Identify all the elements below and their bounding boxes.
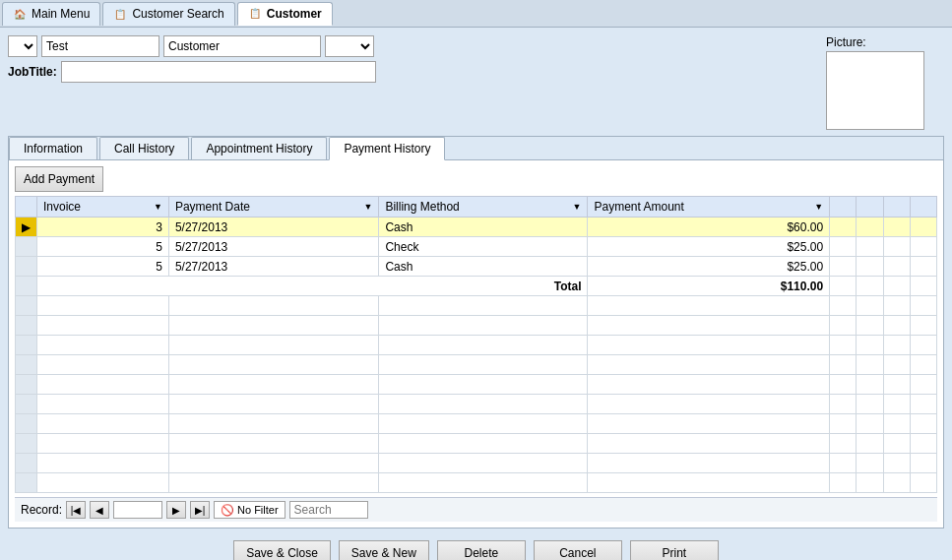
save-close-label: Save & Close	[246, 546, 318, 560]
tab-call-history-label: Call History	[114, 142, 174, 156]
record-number-input[interactable]	[113, 501, 162, 519]
empty-cell-2a	[830, 237, 857, 257]
extra-col-1	[830, 197, 857, 218]
tab-customer[interactable]: 📋 Customer	[237, 2, 333, 26]
customer-search-icon: 📋	[113, 7, 127, 21]
jobtitle-row: JobTitle:	[8, 61, 818, 83]
empty-table-row	[16, 454, 937, 473]
save-new-button[interactable]: Save & New	[339, 540, 429, 560]
tab-main-menu[interactable]: 🏠 Main Menu	[2, 2, 100, 26]
empty-table-row	[16, 395, 937, 414]
billing-method-cell-2: Check	[379, 237, 588, 257]
payment-amount-cell-1: $60.00	[588, 218, 830, 237]
billing-method-cell-3: Cash	[379, 257, 588, 277]
col-header-payment-date[interactable]: Payment Date ▼	[168, 197, 379, 218]
payment-date-cell-3: 5/27/2013	[168, 257, 379, 277]
table-row[interactable]: 5 5/27/2013 Check $25.00	[16, 237, 937, 257]
record-nav: Record: |◀ ◀ ▶ ▶| 🚫 No Filter	[15, 497, 937, 522]
empty-table-row	[16, 375, 937, 395]
customer-header: Mr. Mrs. Ms. Jr. Sr. JobTitle: Picture	[8, 35, 944, 130]
tab-appointment-history[interactable]: Appointment History	[191, 137, 327, 159]
total-empty-a	[830, 277, 857, 296]
tab-main-menu-label: Main Menu	[32, 7, 90, 21]
billing-method-col-label: Billing Method	[385, 200, 459, 214]
empty-cell-3d	[910, 257, 936, 277]
total-empty-b	[857, 277, 883, 296]
tab-customer-search[interactable]: 📋 Customer Search	[102, 2, 234, 26]
total-amount: $110.00	[588, 277, 830, 296]
last-name-input[interactable]	[163, 35, 321, 57]
empty-cell-1c	[883, 218, 910, 237]
nav-last-button[interactable]: ▶|	[190, 501, 210, 519]
row-selector-3	[16, 257, 37, 277]
empty-cell-3b	[857, 257, 883, 277]
payment-history-content: Add Payment Invoice ▼	[9, 160, 943, 528]
record-nav-label: Record:	[21, 503, 62, 517]
suffix-dropdown[interactable]: Jr. Sr.	[325, 35, 374, 57]
no-filter-label: No Filter	[237, 504, 279, 516]
table-row[interactable]: 5 5/27/2013 Cash $25.00	[16, 257, 937, 277]
empty-table-row	[16, 296, 937, 316]
empty-table-row	[16, 414, 937, 434]
record-search-input[interactable]	[289, 501, 368, 519]
jobtitle-input[interactable]	[61, 61, 376, 83]
total-empty-c	[883, 277, 910, 296]
extra-col-3	[883, 197, 910, 218]
empty-table-row	[16, 336, 937, 355]
payment-table-wrapper: Invoice ▼ Payment Date ▼	[15, 196, 937, 493]
payment-date-cell-1: 5/27/2013	[168, 218, 379, 237]
nav-prev-button[interactable]: ◀	[90, 501, 109, 519]
extra-col-2	[857, 197, 883, 218]
empty-table-row	[16, 473, 937, 493]
col-header-invoice[interactable]: Invoice ▼	[37, 197, 169, 218]
invoice-col-label: Invoice	[43, 200, 81, 214]
save-new-label: Save & New	[351, 546, 416, 560]
col-header-billing-method[interactable]: Billing Method ▼	[379, 197, 588, 218]
invoice-cell-1: 3	[37, 218, 169, 237]
empty-cell-1d	[910, 218, 936, 237]
payment-date-cell-2: 5/27/2013	[168, 237, 379, 257]
tab-payment-history[interactable]: Payment History	[329, 137, 445, 160]
row-selector-header	[16, 197, 37, 218]
sub-tab-container: Information Call History Appointment His…	[8, 136, 944, 529]
tab-appointment-history-label: Appointment History	[206, 142, 312, 156]
print-label: Print	[663, 546, 687, 560]
add-payment-label: Add Payment	[24, 172, 95, 186]
empty-cell-3c	[883, 257, 910, 277]
empty-cell-2b	[857, 237, 883, 257]
print-button[interactable]: Print	[630, 540, 719, 560]
cancel-label: Cancel	[559, 546, 596, 560]
nav-first-button[interactable]: |◀	[66, 501, 86, 519]
first-name-input[interactable]	[41, 35, 159, 57]
cancel-button[interactable]: Cancel	[534, 540, 622, 560]
empty-table-row	[16, 434, 937, 454]
empty-cell-2c	[883, 237, 910, 257]
no-filter-button[interactable]: 🚫 No Filter	[214, 501, 286, 519]
invoice-sort-arrow: ▼	[154, 202, 162, 212]
jobtitle-label: JobTitle:	[8, 65, 57, 79]
billing-method-sort-arrow: ▼	[573, 202, 582, 212]
customer-name-row: Mr. Mrs. Ms. Jr. Sr.	[8, 35, 818, 57]
save-close-button[interactable]: Save & Close	[233, 540, 331, 560]
add-payment-button[interactable]: Add Payment	[15, 166, 103, 192]
row-selector-2	[16, 237, 37, 257]
empty-table-row	[16, 355, 937, 375]
nav-next-button[interactable]: ▶	[166, 501, 186, 519]
bottom-actions: Save & Close Save & New Delete Cancel Pr…	[8, 534, 944, 560]
tab-customer-search-label: Customer Search	[132, 7, 223, 21]
main-menu-icon: 🏠	[13, 7, 27, 21]
main-tab-bar: 🏠 Main Menu 📋 Customer Search 📋 Customer	[0, 0, 952, 28]
tab-customer-label: Customer	[267, 7, 322, 21]
tab-call-history[interactable]: Call History	[99, 137, 189, 159]
empty-cell-1a	[830, 218, 857, 237]
tab-information[interactable]: Information	[9, 137, 97, 159]
empty-cell-1b	[857, 218, 883, 237]
table-row[interactable]: ▶ 3 5/27/2013 Cash $60.00	[16, 218, 937, 237]
payment-amount-col-label: Payment Amount	[594, 200, 683, 214]
col-header-payment-amount[interactable]: Payment Amount ▼	[588, 197, 830, 218]
payment-date-col-label: Payment Date	[175, 200, 250, 214]
picture-box	[826, 51, 924, 130]
delete-button[interactable]: Delete	[437, 540, 526, 560]
total-label: Total	[37, 277, 588, 296]
prefix-dropdown[interactable]: Mr. Mrs. Ms.	[8, 35, 37, 57]
